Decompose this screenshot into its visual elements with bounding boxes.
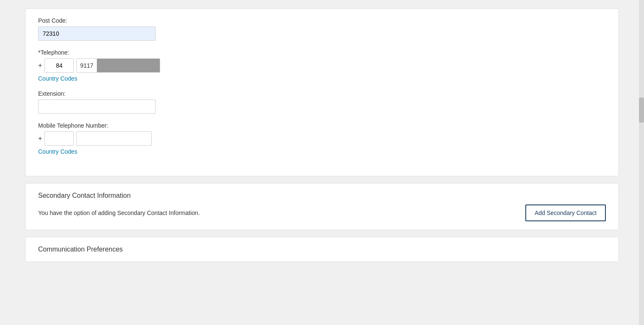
scrollbar-thumb[interactable]	[639, 97, 644, 123]
telephone-field-group: *Telephone: + 9117 Country Codes	[38, 49, 606, 82]
secondary-contact-card: Secondary Contact Information You have t…	[25, 183, 619, 230]
mobile-telephone-field-group: Mobile Telephone Number: + Country Codes	[38, 122, 606, 155]
telephone-plus-sign: +	[38, 62, 42, 69]
scrollbar[interactable]	[639, 0, 644, 270]
extension-label: Extension:	[38, 90, 606, 97]
mobile-plus-sign: +	[38, 135, 42, 142]
communication-preferences-title: Communication Preferences	[38, 246, 606, 253]
secondary-contact-description: You have the option of adding Secondary …	[38, 210, 200, 216]
telephone-row: + 9117	[38, 58, 606, 73]
telephone-number-field: 9117	[76, 58, 160, 73]
secondary-contact-title: Secondary Contact Information	[38, 192, 606, 199]
telephone-country-code-input[interactable]	[44, 58, 74, 73]
telephone-redacted-portion	[97, 59, 160, 72]
telephone-partial-text: 9117	[77, 62, 96, 69]
primary-contact-card: Post Code: *Telephone: + 9117 Country Co…	[25, 8, 619, 176]
secondary-contact-body: You have the option of adding Secondary …	[38, 204, 606, 221]
extension-field-group: Extension:	[38, 90, 606, 114]
telephone-country-codes-link[interactable]: Country Codes	[38, 75, 77, 82]
telephone-label: *Telephone:	[38, 49, 606, 56]
postcode-label: Post Code:	[38, 17, 606, 24]
extension-input[interactable]	[38, 100, 156, 114]
mobile-telephone-row: +	[38, 131, 606, 146]
add-secondary-contact-button[interactable]: Add Secondary Contact	[525, 204, 606, 221]
postcode-input[interactable]	[38, 26, 156, 41]
communication-preferences-card: Communication Preferences	[25, 237, 619, 262]
mobile-country-codes-link[interactable]: Country Codes	[38, 148, 77, 155]
mobile-country-code-input[interactable]	[44, 131, 74, 146]
mobile-number-input[interactable]	[76, 131, 152, 146]
mobile-telephone-label: Mobile Telephone Number:	[38, 122, 606, 129]
postcode-field-group: Post Code:	[38, 17, 606, 41]
